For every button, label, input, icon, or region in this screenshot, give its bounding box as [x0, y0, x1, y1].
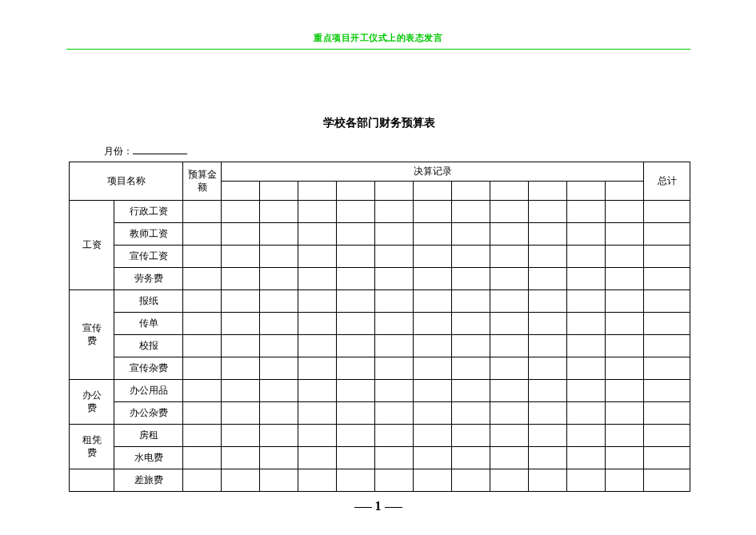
data-cell[interactable] — [490, 380, 529, 402]
data-cell[interactable] — [452, 357, 490, 380]
data-cell[interactable] — [337, 402, 375, 425]
data-cell[interactable] — [222, 425, 260, 447]
data-cell[interactable] — [452, 268, 490, 290]
data-cell[interactable] — [375, 201, 414, 223]
data-cell[interactable] — [298, 425, 337, 447]
data-cell[interactable] — [606, 268, 644, 290]
data-cell[interactable] — [298, 380, 337, 402]
data-cell[interactable] — [529, 402, 567, 425]
data-cell[interactable] — [337, 357, 375, 380]
data-cell[interactable] — [452, 402, 490, 425]
data-cell[interactable] — [337, 469, 375, 492]
data-cell[interactable] — [452, 425, 490, 447]
data-cell[interactable] — [375, 335, 414, 357]
data-cell[interactable] — [567, 290, 606, 313]
data-cell[interactable] — [260, 335, 298, 357]
data-cell[interactable] — [222, 469, 260, 492]
data-cell[interactable] — [490, 223, 529, 246]
data-cell[interactable] — [414, 425, 452, 447]
data-cell[interactable] — [337, 447, 375, 469]
data-cell[interactable] — [375, 290, 414, 313]
data-cell[interactable] — [490, 201, 529, 223]
data-cell[interactable] — [375, 402, 414, 425]
data-cell[interactable] — [567, 425, 606, 447]
data-cell[interactable] — [452, 290, 490, 313]
data-cell[interactable] — [298, 290, 337, 313]
data-cell[interactable] — [414, 223, 452, 246]
data-cell[interactable] — [260, 402, 298, 425]
data-cell[interactable] — [298, 357, 337, 380]
data-cell[interactable] — [452, 201, 490, 223]
data-cell[interactable] — [452, 223, 490, 246]
data-cell[interactable] — [183, 201, 222, 223]
data-cell[interactable] — [260, 268, 298, 290]
data-cell[interactable] — [260, 380, 298, 402]
data-cell[interactable] — [222, 268, 260, 290]
data-cell[interactable] — [298, 313, 337, 335]
data-cell[interactable] — [529, 201, 567, 223]
data-cell[interactable] — [414, 290, 452, 313]
data-cell[interactable] — [375, 380, 414, 402]
data-cell[interactable] — [490, 290, 529, 313]
data-cell[interactable] — [375, 469, 414, 492]
data-cell[interactable] — [183, 357, 222, 380]
data-cell[interactable] — [452, 447, 490, 469]
data-cell[interactable] — [567, 223, 606, 246]
data-cell[interactable] — [567, 335, 606, 357]
data-cell[interactable] — [260, 313, 298, 335]
data-cell[interactable] — [529, 223, 567, 246]
data-cell[interactable] — [298, 402, 337, 425]
data-cell[interactable] — [222, 201, 260, 223]
data-cell[interactable] — [606, 447, 644, 469]
data-cell[interactable] — [452, 380, 490, 402]
data-cell[interactable] — [414, 469, 452, 492]
data-cell[interactable] — [337, 201, 375, 223]
data-cell[interactable] — [222, 335, 260, 357]
data-cell[interactable] — [183, 425, 222, 447]
data-cell[interactable] — [260, 290, 298, 313]
data-cell[interactable] — [644, 268, 690, 290]
data-cell[interactable] — [529, 313, 567, 335]
data-cell[interactable] — [414, 447, 452, 469]
data-cell[interactable] — [183, 402, 222, 425]
data-cell[interactable] — [529, 380, 567, 402]
data-cell[interactable] — [222, 223, 260, 246]
data-cell[interactable] — [644, 447, 690, 469]
data-cell[interactable] — [337, 246, 375, 268]
data-cell[interactable] — [452, 246, 490, 268]
data-cell[interactable] — [567, 357, 606, 380]
data-cell[interactable] — [183, 313, 222, 335]
data-cell[interactable] — [644, 380, 690, 402]
data-cell[interactable] — [222, 246, 260, 268]
data-cell[interactable] — [490, 313, 529, 335]
data-cell[interactable] — [490, 357, 529, 380]
data-cell[interactable] — [567, 246, 606, 268]
data-cell[interactable] — [260, 425, 298, 447]
data-cell[interactable] — [337, 268, 375, 290]
data-cell[interactable] — [567, 201, 606, 223]
data-cell[interactable] — [375, 357, 414, 380]
data-cell[interactable] — [490, 425, 529, 447]
data-cell[interactable] — [490, 402, 529, 425]
data-cell[interactable] — [529, 357, 567, 380]
data-cell[interactable] — [375, 268, 414, 290]
data-cell[interactable] — [567, 268, 606, 290]
data-cell[interactable] — [260, 246, 298, 268]
data-cell[interactable] — [644, 402, 690, 425]
data-cell[interactable] — [606, 380, 644, 402]
data-cell[interactable] — [644, 223, 690, 246]
data-cell[interactable] — [414, 268, 452, 290]
data-cell[interactable] — [222, 313, 260, 335]
data-cell[interactable] — [260, 223, 298, 246]
data-cell[interactable] — [606, 357, 644, 380]
data-cell[interactable] — [606, 335, 644, 357]
data-cell[interactable] — [183, 223, 222, 246]
data-cell[interactable] — [644, 357, 690, 380]
data-cell[interactable] — [567, 380, 606, 402]
data-cell[interactable] — [567, 447, 606, 469]
data-cell[interactable] — [529, 290, 567, 313]
data-cell[interactable] — [375, 313, 414, 335]
data-cell[interactable] — [529, 425, 567, 447]
data-cell[interactable] — [414, 313, 452, 335]
data-cell[interactable] — [183, 380, 222, 402]
